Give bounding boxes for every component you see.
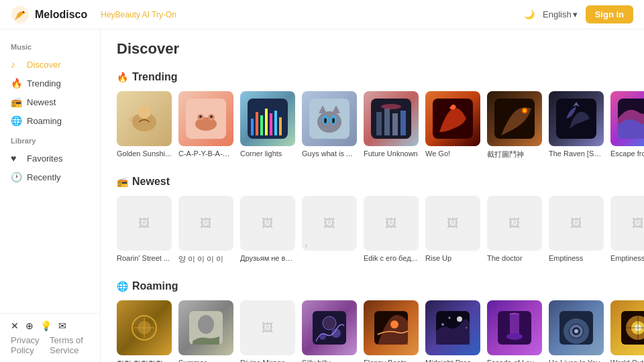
trending-icon: 🔥	[11, 78, 21, 88]
list-item[interactable]: He Lives In You	[549, 300, 604, 362]
list-item[interactable]: Facade of Lau...	[487, 300, 542, 362]
card-label: Друзьям не ве...	[240, 254, 295, 262]
capybara-thumb	[186, 99, 226, 139]
list-item[interactable]: Corner lights	[240, 91, 295, 160]
svg-rect-12	[251, 119, 254, 135]
card-thumbnail	[487, 300, 542, 355]
card-thumbnail	[487, 91, 542, 146]
list-item[interactable]: World Out There	[610, 300, 644, 362]
sidebar-item-discover[interactable]: ♪ Discover	[0, 55, 100, 74]
card-thumbnail	[117, 91, 172, 146]
svg-point-3	[138, 105, 151, 119]
card-thumbnail: 🖼	[364, 196, 419, 251]
trending-section-icon: 🔥	[117, 72, 128, 82]
svg-point-36	[523, 109, 526, 112]
svg-rect-16	[270, 113, 272, 135]
header: Melodisco HeyBeauty AI Try-On 🌙 English …	[0, 0, 644, 29]
list-item[interactable]: 🖼 The doctor	[487, 196, 542, 264]
list-item[interactable]: Floppy Beats	[364, 300, 419, 362]
svg-point-20	[317, 111, 341, 133]
card-label: Emptiness	[610, 254, 644, 262]
list-item[interactable]: Future Unknown	[364, 91, 419, 160]
list-item[interactable]: 🖼 양 이 이 이 이	[178, 196, 233, 264]
card-label: Midnight Drea...	[425, 359, 480, 362]
card-label: 양 이 이 이 이	[178, 254, 233, 264]
list-item[interactable]: The Raven [SS...	[549, 91, 604, 160]
card-label: Golden Sunshi...	[117, 149, 172, 158]
card-thumbnail: 🖼	[425, 196, 480, 251]
privacy-policy-link[interactable]: Privacy Policy	[11, 335, 44, 355]
moon-icon: 🌙	[524, 9, 535, 19]
sign-in-button[interactable]: Sign in	[586, 5, 633, 23]
theme-toggle-button[interactable]: 🌙	[524, 9, 535, 19]
card-label: Rise Up	[425, 254, 480, 262]
sidebar-item-newest[interactable]: 📻 Newest	[0, 93, 100, 111]
list-item[interactable]: 🖼 ↑	[302, 196, 357, 264]
card-thumbnail	[240, 91, 295, 146]
card-label: The doctor	[487, 254, 542, 262]
card-label: Future Unknown	[364, 149, 419, 158]
list-item[interactable]: Midnight Drea...	[425, 300, 480, 362]
facade-lau-thumb	[498, 311, 531, 345]
card-label: Summer	[178, 359, 233, 362]
we-go-thumb	[433, 99, 473, 139]
sidebar-item-recently[interactable]: 🕐 Recently	[0, 168, 100, 186]
trending-title-text: Trending	[132, 71, 178, 83]
sidebar-item-roaming[interactable]: 🌐 Roaming	[0, 111, 100, 130]
sidebar-item-newest-label: Newest	[27, 97, 56, 107]
card-label: Emptiness	[549, 254, 604, 262]
favorites-icon: ♥	[11, 153, 21, 164]
list-item[interactable]: Silly billy	[302, 300, 357, 362]
twitter-icon[interactable]: ✕	[11, 320, 19, 331]
newest-section: 📻 Newest 🖼 Roarin' Street ... 🖼 양 이 이 이 …	[117, 176, 628, 264]
card-label: We Go!	[425, 149, 480, 158]
card-label: Facade of Lau...	[487, 359, 542, 362]
header-right: 🌙 English ▾ Sign in	[524, 5, 633, 23]
roaming-grid: 힝힝 힝힝힝힝힝: 힝... Summer 🖼	[117, 300, 628, 362]
list-item[interactable]: Escape from 9...	[610, 91, 644, 160]
svg-rect-31	[400, 111, 406, 135]
list-item[interactable]: Summer	[178, 300, 233, 362]
roaming-section: 🌐 Roaming 힝힝 힝힝힝힝힝: 힝...	[117, 280, 628, 362]
card-label: 힝힝 힝힝힝힝힝: 힝...	[117, 359, 172, 362]
list-item[interactable]: Golden Sunshi...	[117, 91, 172, 160]
card-label: 截打圖鬥神	[487, 149, 542, 160]
card-label: Edik с его бед...	[364, 254, 419, 262]
raven-thumb	[556, 99, 596, 139]
list-item[interactable]: 🖼 Rise Up	[425, 196, 480, 264]
list-item[interactable]: 🖼 Divine Mirage	[240, 300, 295, 362]
help-icon[interactable]: 💡	[40, 320, 52, 331]
svg-point-10	[210, 115, 213, 118]
list-item[interactable]: 🖼 Друзьям не ве...	[240, 196, 295, 264]
corner-lights-thumb	[248, 99, 288, 139]
sidebar-item-favorites[interactable]: ♥ Favorites	[0, 149, 100, 168]
list-item[interactable]: C-A-P-Y-B-A-R-A	[178, 91, 233, 160]
list-item[interactable]: Guys what is ...	[302, 91, 357, 160]
dragon-thumb	[494, 99, 535, 139]
discord-icon[interactable]: ⊕	[25, 320, 34, 331]
list-item[interactable]: 힝힝 힝힝힝힝힝: 힝...	[117, 300, 172, 362]
sidebar-item-trending[interactable]: 🔥 Trending	[0, 74, 100, 93]
body: Music ♪ Discover 🔥 Trending 📻 Newest 🌐 R…	[0, 29, 644, 362]
list-item[interactable]: 🖼 Edik с его бед...	[364, 196, 419, 264]
recently-icon: 🕐	[11, 172, 21, 182]
svg-rect-29	[384, 109, 390, 135]
terms-of-service-link[interactable]: Terms of Service	[50, 335, 90, 355]
list-item[interactable]: We Go!	[425, 91, 480, 160]
email-icon[interactable]: ✉	[58, 320, 66, 331]
sidebar-item-recently-label: Recently	[27, 172, 61, 182]
card-label: Roarin' Street ...	[117, 254, 172, 262]
list-item[interactable]: 🖼 Emptiness	[549, 196, 604, 264]
list-item[interactable]: 🖼 Emptiness	[610, 196, 644, 264]
svg-point-44	[323, 316, 336, 330]
sidebar: Music ♪ Discover 🔥 Trending 📻 Newest 🌐 R…	[0, 29, 101, 362]
card-thumbnail	[425, 91, 480, 146]
silly-billy-thumb	[313, 311, 346, 345]
list-item[interactable]: 🖼 Roarin' Street ...	[117, 196, 172, 264]
trending-grid: Golden Sunshi...	[117, 91, 628, 160]
list-item[interactable]: 截打圖鬥神	[487, 91, 542, 160]
roaming-icon: 🌐	[11, 115, 21, 126]
logo-icon	[11, 5, 30, 24]
language-selector[interactable]: English ▾	[543, 9, 578, 19]
newest-icon: 📻	[11, 97, 21, 107]
